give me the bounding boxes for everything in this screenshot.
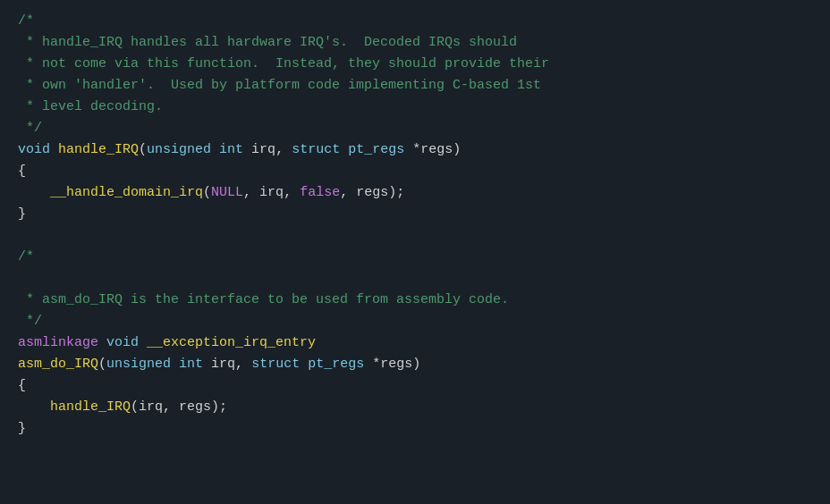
line-10: } (18, 204, 812, 225)
line-3: * not come via this function. Instead, t… (18, 54, 812, 75)
line-6: */ (18, 118, 812, 139)
line-18: { (18, 375, 812, 397)
line-2: * handle_IRQ handles all hardware IRQ's.… (18, 32, 812, 54)
line-13 (18, 268, 812, 290)
line-19: handle_IRQ(irq, regs); (18, 397, 812, 418)
line-14: * asm_do_IRQ is the interface to be used… (18, 290, 812, 311)
code-editor: /* * handle_IRQ handles all hardware IRQ… (0, 0, 830, 504)
line-15: */ (18, 311, 812, 332)
line-16: asmlinkage void __exception_irq_entry (18, 332, 812, 354)
line-4: * own 'handler'. Used by platform code i… (18, 75, 812, 97)
line-11 (18, 225, 812, 247)
line-12: /* (18, 247, 812, 268)
line-1: /* (18, 11, 812, 32)
line-8: { (18, 161, 812, 182)
line-17: asm_do_IRQ(unsigned int irq, struct pt_r… (18, 354, 812, 375)
line-9: __handle_domain_irq(NULL, irq, false, re… (18, 182, 812, 204)
line-5: * level decoding. (18, 97, 812, 118)
line-7: void handle_IRQ(unsigned int irq, struct… (18, 139, 812, 161)
line-20: } (18, 418, 812, 440)
